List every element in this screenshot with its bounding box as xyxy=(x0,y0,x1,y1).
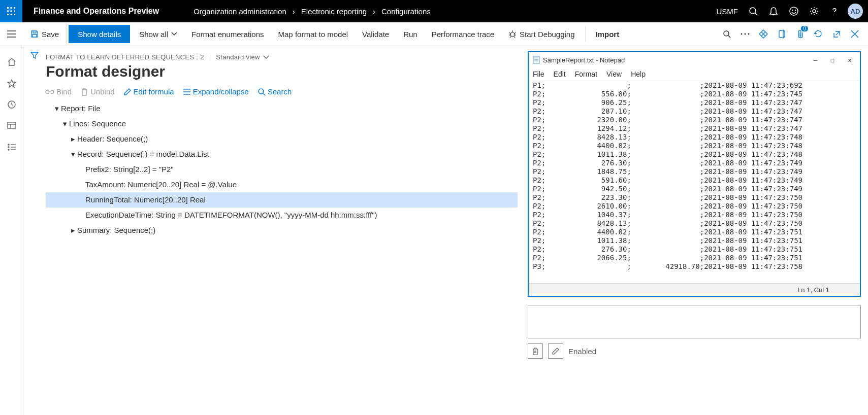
designer-panel: FORMAT TO LEARN DEFERRED SEQUENCES : 2 |… xyxy=(46,46,528,415)
legal-entity[interactable]: USMF xyxy=(717,7,738,16)
show-details-label: Show details xyxy=(78,30,121,39)
breadcrumb-item[interactable]: Electronic reporting xyxy=(301,7,367,16)
bell-icon[interactable] xyxy=(763,0,784,22)
tree-node-header[interactable]: ▸Header: Sequence(;) xyxy=(46,131,518,147)
hamburger-icon xyxy=(7,30,16,38)
office-icon[interactable] xyxy=(773,24,791,44)
menu-format[interactable]: Format xyxy=(575,70,597,78)
expand-icon[interactable]: ▸ xyxy=(69,131,77,147)
notepad-titlebar[interactable]: SampleReport.txt - Notepad — ☐ ✕ xyxy=(529,52,860,67)
filter-icon[interactable] xyxy=(30,51,39,415)
modules-icon[interactable] xyxy=(0,136,23,158)
search-button[interactable] xyxy=(718,24,736,44)
chevron-down-icon xyxy=(263,55,269,59)
smiley-icon[interactable] xyxy=(784,0,804,22)
formula-textarea[interactable] xyxy=(528,305,861,338)
avatar[interactable]: AD xyxy=(848,4,863,19)
breadcrumb-item[interactable]: Configurations xyxy=(381,7,431,16)
show-details-button[interactable]: Show details xyxy=(69,25,130,43)
menu-view[interactable]: View xyxy=(606,70,622,78)
search-button[interactable]: Search xyxy=(258,87,292,96)
breadcrumb-item[interactable]: Organization administration xyxy=(194,7,286,16)
star-icon[interactable] xyxy=(0,73,23,94)
pencil-icon xyxy=(552,348,559,355)
svg-point-37 xyxy=(8,144,9,145)
app-launcher[interactable] xyxy=(0,0,22,22)
attachments-button[interactable]: 0 xyxy=(791,24,809,44)
svg-line-27 xyxy=(728,36,730,38)
workspace-icon[interactable] xyxy=(0,115,23,136)
minimize-icon[interactable]: — xyxy=(814,56,818,64)
collapse-icon[interactable]: ▾ xyxy=(61,116,69,131)
menu-help[interactable]: Help xyxy=(631,70,646,78)
show-all-button[interactable]: Show all xyxy=(132,22,184,46)
popout-icon[interactable] xyxy=(827,24,846,44)
svg-point-30 xyxy=(748,33,750,35)
svg-rect-3 xyxy=(7,11,9,12)
run-button[interactable]: Run xyxy=(396,22,425,46)
collapse-icon[interactable]: ▾ xyxy=(69,147,77,162)
expand-collapse-button[interactable]: Expand/collapse xyxy=(183,87,249,96)
format-tree: ▾Report: File ▾Lines: Sequence ▸Header: … xyxy=(46,101,518,238)
svg-point-28 xyxy=(741,33,743,35)
edit-formula-button[interactable]: Edit formula xyxy=(124,87,174,96)
tree-node-lines[interactable]: ▾Lines: Sequence xyxy=(46,116,518,131)
view-picker[interactable]: Standard view xyxy=(216,53,260,61)
svg-point-12 xyxy=(792,10,793,11)
format-enumerations-button[interactable]: Format enumerations xyxy=(184,22,271,46)
collapse-icon[interactable]: ▾ xyxy=(53,101,61,116)
import-button[interactable]: Import xyxy=(589,22,627,46)
map-format-button[interactable]: Map format to model xyxy=(271,22,356,46)
bind-button[interactable]: Bind xyxy=(46,87,72,96)
validate-button[interactable]: Validate xyxy=(355,22,396,46)
svg-line-10 xyxy=(755,13,757,15)
tree-node-report[interactable]: ▾Report: File xyxy=(46,101,518,116)
svg-rect-4 xyxy=(11,11,12,12)
svg-rect-0 xyxy=(7,7,9,9)
menu-file[interactable]: File xyxy=(533,70,544,78)
svg-line-47 xyxy=(263,93,265,95)
expand-icon[interactable]: ▸ xyxy=(69,223,77,238)
tree-node-executiondatetime[interactable]: ExecutionDateTime: String = DATETIMEFORM… xyxy=(46,208,518,223)
right-pane: SampleReport.txt - Notepad — ☐ ✕ File Ed… xyxy=(528,46,868,415)
notepad-icon xyxy=(533,56,540,64)
search-icon xyxy=(258,88,265,95)
close-icon[interactable] xyxy=(846,24,864,44)
notepad-body[interactable]: P1; ; ;2021-08-09 11:47:23:692 P2; 556.8… xyxy=(529,81,860,284)
help-icon[interactable] xyxy=(824,0,845,22)
notepad-window: SampleReport.txt - Notepad — ☐ ✕ File Ed… xyxy=(528,51,861,297)
enabled-label: Enabled xyxy=(568,347,596,356)
menu-edit[interactable]: Edit xyxy=(554,70,566,78)
search-icon[interactable] xyxy=(743,0,763,22)
tree-node-record[interactable]: ▾Record: Sequence(;) = model.Data.List xyxy=(46,147,518,162)
close-icon[interactable]: ✕ xyxy=(848,56,852,64)
app-title: Finance and Operations Preview xyxy=(22,7,170,16)
save-button[interactable]: Save xyxy=(23,22,67,46)
delete-button[interactable] xyxy=(528,343,543,359)
nav-toggle[interactable] xyxy=(0,30,23,38)
page-title: Format designer xyxy=(46,63,518,80)
tree-node-taxamount[interactable]: TaxAmount: Numeric[20..20] Real = @.Valu… xyxy=(46,177,518,192)
tree-node-summary[interactable]: ▸Summary: Sequence(;) xyxy=(46,223,518,238)
tree-node-runningtotal[interactable]: RunningTotal: Numeric[20..20] Real xyxy=(46,192,518,208)
start-debugging-button[interactable]: Start Debugging xyxy=(501,22,582,46)
performance-trace-button[interactable]: Performance trace xyxy=(425,22,501,46)
svg-point-14 xyxy=(813,10,816,13)
edit-button[interactable] xyxy=(548,343,563,359)
unbind-button[interactable]: Unbind xyxy=(81,87,115,96)
tree-node-prefix2[interactable]: Prefix2: String[2..2] = "P2" xyxy=(46,162,518,177)
svg-rect-1 xyxy=(11,7,12,9)
save-label: Save xyxy=(42,30,59,39)
home-icon[interactable] xyxy=(0,51,23,73)
more-icon[interactable] xyxy=(736,24,754,44)
refresh-icon[interactable] xyxy=(809,24,827,44)
link-icon xyxy=(46,89,54,95)
maximize-icon[interactable]: ☐ xyxy=(830,56,834,64)
svg-line-21 xyxy=(515,32,516,33)
diamond-icon[interactable] xyxy=(754,24,773,44)
svg-point-26 xyxy=(724,31,729,36)
designer-toolbar: Bind Unbind Edit formula Expand/collapse… xyxy=(46,87,518,96)
gear-icon[interactable] xyxy=(804,0,824,22)
separator xyxy=(585,26,586,42)
recent-icon[interactable] xyxy=(0,94,23,115)
